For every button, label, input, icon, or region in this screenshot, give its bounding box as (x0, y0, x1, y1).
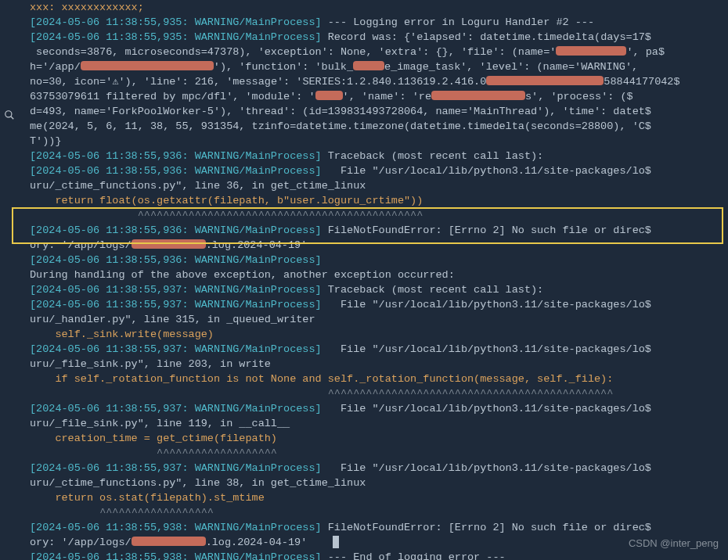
log-line: ^^^^^^^^^^^^^^^^^^^ (30, 446, 722, 461)
redaction-mark (132, 239, 206, 249)
watermark-text: CSDN @inter_peng (629, 537, 719, 549)
log-line: [2024-05-06 11:38:55,937: WARNING/MainPr… (30, 401, 722, 416)
redaction-mark (486, 76, 604, 85)
log-prefix: [2024-05-06 11:38:55,937: WARNING/MainPr… (30, 403, 322, 415)
log-line: [2024-05-06 11:38:55,938: WARNING/MainPr… (30, 520, 722, 535)
log-line: ory: '/app/logs/.log.2024-04-19' (30, 535, 722, 550)
log-line: ^^^^^^^^^^^^^^^^^^^^^^^^^^^^^^^^^^^^^^^^… (30, 208, 722, 223)
log-line: xxx: xxxxxxxxxxxx; (30, 0, 722, 15)
log-text: uru/_ctime_functions.py", line 38, in ge… (30, 477, 366, 489)
log-text: Record was: {'elapsed': datetime.timedel… (322, 31, 651, 43)
log-text: Traceback (most recent call last): (322, 150, 544, 162)
log-text: .log.2024-04-19' (206, 239, 308, 251)
log-code: return float(os.getxattr(filepath, b"use… (30, 195, 423, 206)
log-text: ory: '/app/logs/ (30, 239, 132, 251)
log-line: no=30, icon='⚠'), 'line': 216, 'message'… (30, 74, 722, 89)
log-text: File "/usr/local/lib/python3.11/site-pac… (322, 403, 651, 415)
log-prefix: [2024-05-06 11:38:55,937: WARNING/MainPr… (30, 284, 322, 296)
log-prefix: [2024-05-06 11:38:55,938: WARNING/MainPr… (30, 551, 322, 560)
log-line: self._sink.write(message) (30, 327, 722, 342)
log-line: [2024-05-06 11:38:55,936: WARNING/MainPr… (30, 149, 722, 163)
redaction-mark (556, 46, 626, 56)
log-line: ^^^^^^^^^^^^^^^^^^ (30, 505, 722, 520)
log-prefix: [2024-05-06 11:38:55,937: WARNING/MainPr… (30, 343, 322, 355)
redaction-mark (132, 537, 206, 546)
log-line: ory: '/app/logs/.log.2024-04-19' (30, 238, 722, 253)
log-caret: ^^^^^^^^^^^^^^^^^^^^^^^^^^^^^^^^^^^^^^^^… (30, 388, 613, 400)
log-prefix: [2024-05-06 11:38:55,935: WARNING/MainPr… (30, 16, 322, 28)
log-text: File "/usr/local/lib/python3.11/site-pac… (322, 299, 651, 311)
log-line: d=493, name='ForkPoolWorker-5'), 'thread… (30, 104, 722, 119)
log-text: File "/usr/local/lib/python3.11/site-pac… (322, 165, 651, 177)
log-line: [2024-05-06 11:38:55,936: WARNING/MainPr… (30, 163, 722, 178)
log-text: .log.2024-04-19' (206, 537, 333, 548)
log-text: During handling of the above exception, … (30, 269, 455, 281)
redaction-mark (431, 91, 525, 100)
log-line: [2024-05-06 11:38:55,935: WARNING/MainPr… (30, 30, 722, 45)
log-prefix: [2024-05-06 11:38:55,936: WARNING/MainPr… (30, 150, 322, 162)
log-code: return os.stat(filepath).st_mtime (30, 492, 265, 504)
log-line: [2024-05-06 11:38:55,936: WARNING/MainPr… (30, 223, 722, 238)
log-line: [2024-05-06 11:38:55,937: WARNING/MainPr… (30, 282, 722, 297)
log-line: T'))} (30, 134, 722, 149)
terminal-cursor (333, 536, 339, 548)
redaction-mark (81, 61, 214, 70)
log-prefix: [2024-05-06 11:38:55,935: WARNING/MainPr… (30, 31, 322, 43)
log-line: [2024-05-06 11:38:55,936: WARNING/MainPr… (30, 253, 722, 267)
log-text: --- Logging error in Loguru Handler #2 -… (322, 16, 594, 28)
redaction-mark (353, 61, 384, 70)
log-text: File "/usr/local/lib/python3.11/site-pac… (322, 462, 651, 474)
log-text: uru/_file_sink.py", line 203, in write (30, 358, 271, 370)
log-text: FileNotFoundError: [Errno 2] No such fil… (322, 224, 651, 236)
log-text: h='/app/ (30, 61, 81, 73)
log-line: [2024-05-06 11:38:55,937: WARNING/MainPr… (30, 342, 722, 357)
log-line: if self._rotation_function is not None a… (30, 372, 722, 386)
log-prefix: [2024-05-06 11:38:55,936: WARNING/MainPr… (30, 224, 322, 236)
log-text: T'))} (30, 135, 62, 147)
log-line: uru/_ctime_functions.py", line 36, in ge… (30, 178, 722, 193)
log-text: uru/_file_sink.py", line 119, in __call_… (30, 418, 290, 429)
svg-line-1 (11, 117, 14, 120)
log-line: [2024-05-06 11:38:55,937: WARNING/MainPr… (30, 297, 722, 312)
log-text: s', 'process': ($ (525, 91, 633, 102)
log-text: Traceback (most recent call last): (322, 284, 544, 296)
log-line: [2024-05-06 11:38:55,938: WARNING/MainPr… (30, 550, 722, 560)
log-text: 63753079611 filtered by mpc/dfl', 'modul… (30, 91, 315, 102)
log-prefix: [2024-05-06 11:38:55,937: WARNING/MainPr… (30, 299, 322, 311)
redaction-mark (315, 91, 343, 100)
log-line: uru/_ctime_functions.py", line 38, in ge… (30, 476, 722, 490)
log-text: ', 'name': 're (343, 91, 431, 102)
log-prefix: [2024-05-06 11:38:55,938: WARNING/MainPr… (30, 522, 322, 533)
log-text: seconds=3876, microseconds=47378), 'exce… (30, 46, 556, 58)
log-line: [2024-05-06 11:38:55,937: WARNING/MainPr… (30, 461, 722, 476)
log-prefix: [2024-05-06 11:38:55,936: WARNING/MainPr… (30, 254, 322, 266)
log-text: uru/_handler.py", line 315, in _queued_w… (30, 314, 315, 325)
log-line: return os.stat(filepath).st_mtime (30, 490, 722, 505)
left-sidebar (0, 0, 19, 560)
log-line: creation_time = get_ctime(filepath) (30, 431, 722, 446)
log-caret: ^^^^^^^^^^^^^^^^^^^^^^^^^^^^^^^^^^^^^^^^… (30, 210, 423, 221)
log-line: During handling of the above exception, … (30, 267, 722, 282)
log-code: xxx: xxxxxxxxxxxx; (30, 2, 144, 13)
log-line: seconds=3876, microseconds=47378), 'exce… (30, 45, 722, 59)
search-icon[interactable] (4, 109, 15, 124)
log-line: ^^^^^^^^^^^^^^^^^^^^^^^^^^^^^^^^^^^^^^^^… (30, 386, 722, 401)
log-code: if self._rotation_function is not None a… (30, 373, 613, 385)
log-text: ory: '/app/logs/ (30, 537, 132, 548)
log-text: --- End of logging error --- (322, 551, 506, 560)
log-text: File "/usr/local/lib/python3.11/site-pac… (322, 343, 651, 355)
log-line: me(2024, 5, 6, 11, 38, 55, 931354, tzinf… (30, 119, 722, 134)
log-text: e_image_task', 'level': (name='WARNING', (384, 61, 638, 73)
terminal-output[interactable]: xxx: xxxxxxxxxxxx;[2024-05-06 11:38:55,9… (19, 0, 728, 560)
log-code: creation_time = get_ctime(filepath) (30, 433, 277, 444)
log-caret: ^^^^^^^^^^^^^^^^^^ (30, 507, 214, 519)
log-line: [2024-05-06 11:38:55,935: WARNING/MainPr… (30, 15, 722, 30)
log-line: 63753079611 filtered by mpc/dfl', 'modul… (30, 89, 722, 104)
log-code: self._sink.write(message) (30, 328, 214, 340)
log-text: me(2024, 5, 6, 11, 38, 55, 931354, tzinf… (30, 120, 651, 132)
log-prefix: [2024-05-06 11:38:55,937: WARNING/MainPr… (30, 462, 322, 474)
log-line: uru/_handler.py", line 315, in _queued_w… (30, 312, 722, 327)
log-line: return float(os.getxattr(filepath, b"use… (30, 193, 722, 208)
svg-point-0 (5, 111, 12, 117)
log-text: 58844177042$ (604, 76, 679, 88)
